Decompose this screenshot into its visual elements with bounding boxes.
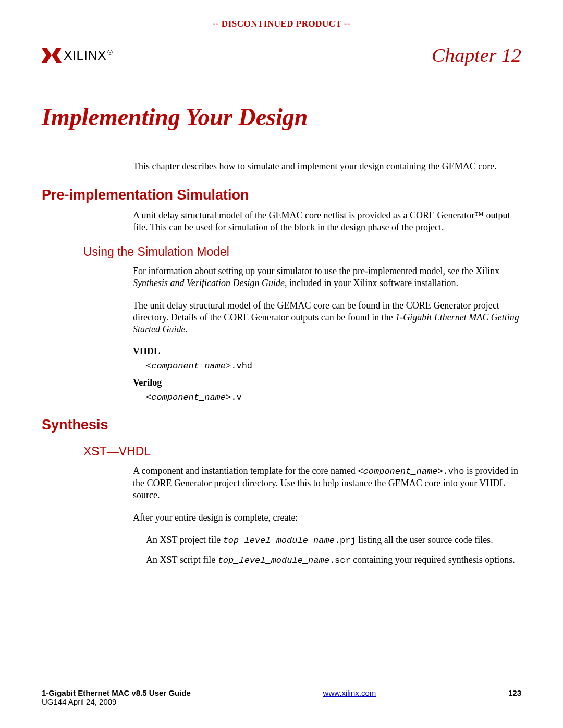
xst-li2: An XST script file top_level_module_name… [146, 554, 521, 566]
xilinx-logo: XILINX® [42, 48, 113, 63]
preimpl-paragraph: A unit delay structural model of the GEM… [133, 209, 521, 233]
simmodel-p2: The unit delay structural model of the G… [133, 300, 521, 336]
vhdl-heading: VHDL [133, 346, 521, 357]
xst-p1: A component and instantiation template f… [133, 465, 521, 501]
footer-link-wrap: www.xilinx.com [191, 688, 508, 706]
discontinued-banner: -- DISCONTINUED PRODUCT -- [42, 19, 521, 29]
verilog-heading: Verilog [133, 377, 521, 388]
svg-marker-1 [52, 48, 62, 63]
section-synthesis-heading: Synthesis [42, 417, 521, 433]
footer-doc-title: 1-Gigabit Ethernet MAC v8.5 User Guide U… [42, 688, 191, 706]
chapter-label: Chapter 12 [432, 44, 521, 67]
verilog-code: <component_name>.v [146, 392, 521, 402]
page-footer: 1-Gigabit Ethernet MAC v8.5 User Guide U… [42, 685, 521, 706]
chapter-title: Implementing Your Design [42, 103, 521, 134]
simmodel-p1: For information about setting up your si… [133, 265, 521, 289]
vhdl-code: <component_name>.vhd [146, 361, 521, 371]
xst-li1: An XST project file top_level_module_nam… [146, 534, 521, 547]
section-preimpl-heading: Pre-implementation Simulation [42, 187, 521, 203]
subsection-simmodel-heading: Using the Simulation Model [83, 245, 521, 259]
header-row: XILINX® Chapter 12 [42, 44, 521, 67]
subsection-xstvhdl-heading: XST—VHDL [83, 445, 521, 459]
xst-p2: After your entire design is complete, cr… [133, 512, 521, 524]
xilinx-logo-icon [42, 48, 62, 63]
footer-link[interactable]: www.xilinx.com [323, 688, 376, 697]
intro-paragraph: This chapter describes how to simulate a… [133, 161, 521, 172]
footer-page-number: 123 [508, 688, 521, 706]
svg-marker-0 [42, 48, 52, 63]
xilinx-logo-text: XILINX® [64, 48, 113, 63]
